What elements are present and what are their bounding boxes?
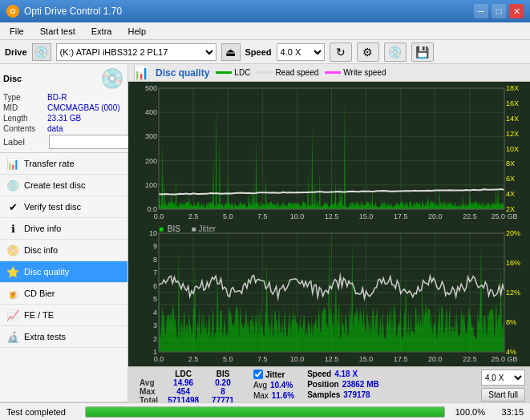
legend-ldc-label: LDC [234, 68, 250, 77]
progress-status: Test completed [6, 407, 79, 417]
sidebar-item-label-create-test-disc: Create test disc [24, 180, 85, 190]
settings-button[interactable]: ⚙ [357, 42, 379, 62]
jitter-max-row: Max 11.6% [253, 391, 294, 400]
stats-empty [133, 370, 161, 378]
transfer-rate-icon: 📊 [6, 157, 19, 170]
drive-icon-button[interactable]: 💿 [32, 43, 51, 61]
disc-type-label: Type [3, 93, 47, 102]
disc-section: Disc 💿 Type BD-R MID CMCMAGBA5 (000) Len… [0, 64, 127, 153]
create-test-icon: 💿 [6, 179, 19, 192]
read-speed-color [257, 71, 273, 74]
speed-value: 4.18 X [334, 370, 358, 378]
progress-bar-container [85, 406, 445, 418]
drive-info-icon: ℹ [6, 222, 19, 235]
verify-test-icon: ✔ [6, 200, 19, 213]
disc-contents-value: data [47, 124, 63, 133]
speed-select-stats[interactable]: 4.0 X [481, 370, 525, 386]
ldc-color [216, 71, 232, 74]
sidebar-item-verify-test-disc[interactable]: ✔ Verify test disc [0, 196, 127, 218]
sidebar-item-label-fe-te: FE / TE [24, 310, 54, 320]
menu-extra[interactable]: Extra [85, 25, 119, 38]
write-speed-color [325, 71, 341, 74]
disc-label-label: Label [3, 137, 47, 147]
upper-chart-canvas [128, 82, 530, 224]
legend-ldc: LDC [216, 68, 250, 77]
disc-label-row: Label 🔍 [3, 135, 124, 149]
nav-items: 📊 Transfer rate 💿 Create test disc ✔ Ver… [0, 153, 127, 402]
titlebar-left: O Opti Drive Control 1.70 [6, 5, 122, 18]
menu-start-test[interactable]: Start test [34, 25, 82, 38]
position-key: Position [307, 380, 338, 389]
sidebar-item-disc-info[interactable]: 📀 Disc info [0, 240, 127, 261]
sidebar-item-cd-bier[interactable]: 🍺 CD Bier [0, 283, 127, 305]
stats-header-ldc: LDC [161, 370, 205, 378]
disc-title: Disc [3, 74, 22, 83]
position-row: Position 23862 MB [307, 380, 379, 389]
chart-title: Disc quality [156, 67, 209, 79]
disc-mid-field: MID CMCMAGBA5 (000) [3, 103, 124, 112]
sidebar-item-transfer-rate[interactable]: 📊 Transfer rate [0, 153, 127, 175]
maximize-button[interactable]: □ [492, 4, 506, 18]
chart-icon: 📊 [133, 65, 149, 80]
sidebar-item-disc-quality[interactable]: ⭐ Disc quality [0, 261, 127, 283]
stats-avg-ldc: 14.96 [161, 378, 205, 387]
titlebar-controls: ─ □ ✕ [474, 4, 524, 18]
lower-chart-canvas [128, 224, 530, 366]
disc-button[interactable]: 💿 [384, 42, 407, 62]
chart-header: 📊 Disc quality LDC Read speed Write spee… [128, 64, 530, 82]
start-full-button[interactable]: Start full [481, 388, 525, 402]
menu-file[interactable]: File [3, 25, 30, 38]
disc-length-value: 23.31 GB [47, 114, 81, 123]
progress-percent: 100.0% [451, 407, 485, 417]
disc-mid-label: MID [3, 103, 47, 112]
sidebar-item-drive-info[interactable]: ℹ Drive info [0, 218, 127, 240]
drive-select[interactable]: (K:) ATAPI iHBS312 2 PL17 [56, 43, 216, 61]
sidebar-item-extra-tests[interactable]: 🔬 Extra tests [0, 326, 127, 348]
stats-avg-bis: 0.20 [205, 378, 241, 387]
sidebar-item-create-test-disc[interactable]: 💿 Create test disc [0, 175, 127, 196]
refresh-button[interactable]: ↻ [330, 42, 352, 62]
chart-area: 📊 Disc quality LDC Read speed Write spee… [128, 64, 530, 420]
legend-write-speed: Write speed [325, 68, 386, 77]
close-button[interactable]: ✕ [509, 4, 524, 18]
speed-select[interactable]: 4.0 X [277, 43, 325, 61]
jitter-checkbox[interactable] [253, 370, 263, 379]
disc-length-label: Length [3, 114, 47, 123]
sidebar-item-label-disc-quality: Disc quality [24, 267, 69, 277]
save-button[interactable]: 💾 [411, 42, 434, 62]
minimize-button[interactable]: ─ [474, 4, 488, 18]
speed-row: Speed 4.18 X [307, 370, 379, 378]
sidebar: Disc 💿 Type BD-R MID CMCMAGBA5 (000) Len… [0, 64, 128, 420]
jitter-avg-row: Avg 10.4% [253, 381, 294, 390]
main-layout: Disc 💿 Type BD-R MID CMCMAGBA5 (000) Len… [0, 64, 530, 420]
stats-max-bis: 8 [205, 387, 241, 396]
sidebar-item-label-disc-info: Disc info [24, 245, 58, 255]
extra-tests-icon: 🔬 [6, 330, 19, 343]
legend-write-label: Write speed [343, 68, 386, 77]
legend-read-label: Read speed [275, 68, 318, 77]
jitter-avg-label: Avg [253, 381, 267, 390]
sidebar-item-label-verify-test-disc: Verify test disc [24, 202, 81, 212]
drivebar: Drive 💿 (K:) ATAPI iHBS312 2 PL17 ⏏ Spee… [0, 40, 530, 64]
eject-button[interactable]: ⏏ [221, 43, 241, 61]
disc-type-field: Type BD-R [3, 93, 124, 102]
position-value: 23862 MB [342, 380, 379, 389]
legend-read-speed: Read speed [257, 68, 318, 77]
progress-bar-fill [86, 407, 444, 417]
app-icon: O [6, 5, 19, 18]
stats-header-bis: BIS [205, 370, 241, 378]
samples-row: Samples 379178 [307, 390, 379, 399]
speed-key: Speed [307, 370, 331, 378]
menu-help[interactable]: Help [121, 25, 152, 38]
samples-key: Samples [307, 390, 340, 399]
disc-type-value: BD-R [47, 93, 67, 102]
sidebar-item-fe-te[interactable]: 📈 FE / TE [0, 305, 127, 326]
charts-wrapper [128, 82, 530, 366]
sidebar-item-label-transfer-rate: Transfer rate [24, 159, 75, 168]
disc-contents-label: Contents [3, 124, 47, 133]
sidebar-item-label-extra-tests: Extra tests [24, 332, 66, 341]
cd-bier-icon: 🍺 [6, 287, 19, 300]
progress-time: 33:15 [492, 407, 524, 417]
samples-value: 379178 [343, 390, 370, 399]
drive-label: Drive [5, 47, 27, 57]
